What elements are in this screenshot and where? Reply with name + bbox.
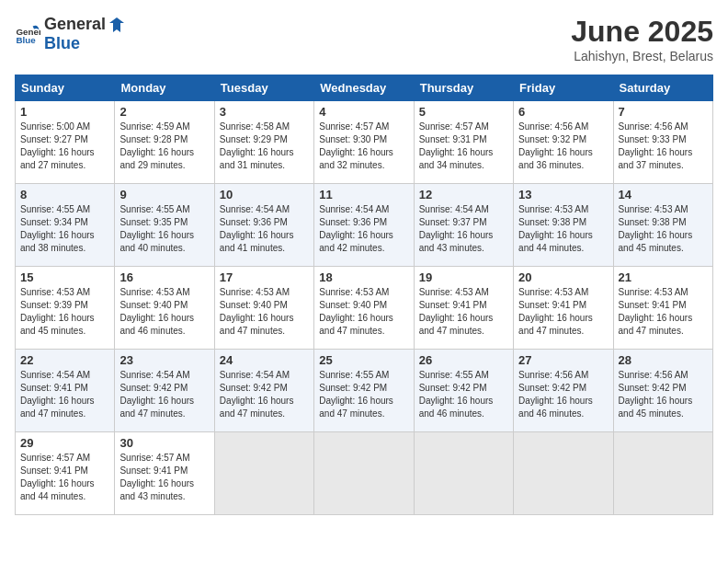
calendar-cell: 27Sunrise: 4:56 AMSunset: 9:42 PMDayligh…	[514, 350, 613, 432]
calendar-cell: 28Sunrise: 4:56 AMSunset: 9:42 PMDayligh…	[613, 350, 712, 432]
day-number: 2	[119, 105, 209, 119]
day-info: Sunrise: 4:53 AMSunset: 9:40 PMDaylight:…	[220, 286, 309, 338]
calendar-cell: 13Sunrise: 4:53 AMSunset: 9:38 PMDayligh…	[514, 184, 613, 267]
logo-blue-text: Blue	[44, 34, 80, 52]
day-number: 30	[119, 436, 209, 450]
day-number: 17	[220, 270, 309, 284]
day-info: Sunrise: 4:55 AMSunset: 9:35 PMDaylight:…	[119, 203, 209, 255]
day-number: 13	[518, 188, 608, 201]
day-number: 28	[619, 353, 708, 367]
day-number: 12	[419, 188, 508, 201]
day-info: Sunrise: 4:59 AMSunset: 9:28 PMDaylight:…	[119, 121, 209, 172]
page-header: General Blue General Blue June 2025 Lahi…	[15, 15, 713, 63]
calendar-cell: 22Sunrise: 4:54 AMSunset: 9:41 PMDayligh…	[16, 350, 115, 432]
day-info: Sunrise: 4:53 AMSunset: 9:38 PMDaylight:…	[518, 203, 608, 255]
calendar-cell: 2Sunrise: 4:59 AMSunset: 9:28 PMDaylight…	[115, 101, 214, 184]
column-header-friday: Friday	[514, 75, 613, 101]
day-info: Sunrise: 4:56 AMSunset: 9:32 PMDaylight:…	[518, 121, 608, 172]
day-info: Sunrise: 4:55 AMSunset: 9:42 PMDaylight:…	[319, 369, 408, 420]
calendar-cell: 18Sunrise: 4:53 AMSunset: 9:40 PMDayligh…	[314, 267, 414, 350]
column-header-sunday: Sunday	[16, 75, 115, 101]
day-number: 26	[419, 353, 508, 367]
column-header-saturday: Saturday	[613, 75, 712, 101]
logo-general-text: General	[44, 15, 106, 34]
calendar-cell: 4Sunrise: 4:57 AMSunset: 9:30 PMDaylight…	[314, 101, 414, 184]
calendar-cell: 10Sunrise: 4:54 AMSunset: 9:36 PMDayligh…	[214, 184, 313, 267]
calendar-cell	[514, 432, 613, 515]
calendar-cell: 25Sunrise: 4:55 AMSunset: 9:42 PMDayligh…	[314, 350, 414, 432]
calendar-week-row: 15Sunrise: 4:53 AMSunset: 9:39 PMDayligh…	[16, 267, 713, 350]
day-number: 1	[20, 105, 109, 119]
calendar-cell: 30Sunrise: 4:57 AMSunset: 9:41 PMDayligh…	[115, 432, 214, 515]
day-number: 3	[220, 105, 309, 119]
calendar-week-row: 22Sunrise: 4:54 AMSunset: 9:41 PMDayligh…	[16, 350, 713, 432]
day-info: Sunrise: 4:57 AMSunset: 9:30 PMDaylight:…	[319, 121, 408, 172]
calendar-cell: 21Sunrise: 4:53 AMSunset: 9:41 PMDayligh…	[613, 267, 712, 350]
day-info: Sunrise: 4:58 AMSunset: 9:29 PMDaylight:…	[220, 121, 309, 172]
calendar-cell: 7Sunrise: 4:56 AMSunset: 9:33 PMDaylight…	[613, 101, 712, 184]
day-number: 14	[619, 188, 708, 201]
calendar-cell: 19Sunrise: 4:53 AMSunset: 9:41 PMDayligh…	[414, 267, 513, 350]
day-info: Sunrise: 4:53 AMSunset: 9:40 PMDaylight:…	[119, 286, 209, 338]
location-subtitle: Lahishyn, Brest, Belarus	[571, 49, 713, 63]
day-number: 19	[419, 270, 508, 284]
day-number: 24	[220, 353, 309, 367]
day-info: Sunrise: 4:56 AMSunset: 9:33 PMDaylight:…	[619, 121, 708, 172]
svg-text:Blue: Blue	[16, 35, 36, 45]
day-info: Sunrise: 4:54 AMSunset: 9:36 PMDaylight:…	[319, 203, 408, 255]
calendar-cell: 15Sunrise: 4:53 AMSunset: 9:39 PMDayligh…	[16, 267, 115, 350]
day-info: Sunrise: 4:55 AMSunset: 9:42 PMDaylight:…	[419, 369, 508, 420]
day-number: 10	[220, 188, 309, 201]
calendar-week-row: 1Sunrise: 5:00 AMSunset: 9:27 PMDaylight…	[16, 101, 713, 184]
calendar-cell: 16Sunrise: 4:53 AMSunset: 9:40 PMDayligh…	[115, 267, 214, 350]
day-info: Sunrise: 4:57 AMSunset: 9:41 PMDaylight:…	[20, 452, 109, 503]
calendar-cell: 6Sunrise: 4:56 AMSunset: 9:32 PMDaylight…	[514, 101, 613, 184]
day-info: Sunrise: 4:53 AMSunset: 9:40 PMDaylight:…	[319, 286, 408, 338]
day-info: Sunrise: 4:54 AMSunset: 9:36 PMDaylight:…	[220, 203, 309, 255]
calendar-table: SundayMondayTuesdayWednesdayThursdayFrid…	[15, 75, 713, 515]
logo-icon: General Blue	[15, 21, 40, 47]
day-number: 23	[119, 353, 209, 367]
day-number: 25	[319, 353, 408, 367]
day-number: 18	[319, 270, 408, 284]
calendar-cell	[314, 432, 414, 515]
calendar-cell: 5Sunrise: 4:57 AMSunset: 9:31 PMDaylight…	[414, 101, 513, 184]
calendar-week-row: 29Sunrise: 4:57 AMSunset: 9:41 PMDayligh…	[16, 432, 713, 515]
calendar-cell	[613, 432, 712, 515]
day-info: Sunrise: 4:55 AMSunset: 9:34 PMDaylight:…	[20, 203, 109, 255]
day-info: Sunrise: 4:54 AMSunset: 9:42 PMDaylight:…	[119, 369, 209, 420]
day-info: Sunrise: 4:54 AMSunset: 9:37 PMDaylight:…	[419, 203, 508, 255]
day-info: Sunrise: 4:53 AMSunset: 9:39 PMDaylight:…	[20, 286, 109, 338]
logo-arrow-icon	[108, 16, 126, 34]
calendar-cell: 3Sunrise: 4:58 AMSunset: 9:29 PMDaylight…	[214, 101, 313, 184]
calendar-cell: 14Sunrise: 4:53 AMSunset: 9:38 PMDayligh…	[613, 184, 712, 267]
day-number: 15	[20, 270, 109, 284]
day-info: Sunrise: 4:54 AMSunset: 9:42 PMDaylight:…	[220, 369, 309, 420]
month-title: June 2025	[571, 15, 713, 49]
column-header-tuesday: Tuesday	[214, 75, 313, 101]
day-number: 22	[20, 353, 109, 367]
title-block: June 2025 Lahishyn, Brest, Belarus	[571, 15, 713, 63]
day-info: Sunrise: 4:53 AMSunset: 9:41 PMDaylight:…	[518, 286, 608, 338]
day-number: 9	[119, 188, 209, 201]
day-number: 16	[119, 270, 209, 284]
day-number: 27	[518, 353, 608, 367]
calendar-cell: 17Sunrise: 4:53 AMSunset: 9:40 PMDayligh…	[214, 267, 313, 350]
calendar-cell: 29Sunrise: 4:57 AMSunset: 9:41 PMDayligh…	[16, 432, 115, 515]
column-header-monday: Monday	[115, 75, 214, 101]
day-info: Sunrise: 5:00 AMSunset: 9:27 PMDaylight:…	[20, 121, 109, 172]
day-number: 4	[319, 105, 408, 119]
day-info: Sunrise: 4:53 AMSunset: 9:38 PMDaylight:…	[619, 203, 708, 255]
calendar-cell: 12Sunrise: 4:54 AMSunset: 9:37 PMDayligh…	[414, 184, 513, 267]
day-number: 20	[518, 270, 608, 284]
day-info: Sunrise: 4:54 AMSunset: 9:41 PMDaylight:…	[20, 369, 109, 420]
calendar-cell	[214, 432, 313, 515]
calendar-header-row: SundayMondayTuesdayWednesdayThursdayFrid…	[16, 75, 713, 101]
day-info: Sunrise: 4:57 AMSunset: 9:41 PMDaylight:…	[119, 452, 209, 503]
calendar-cell: 24Sunrise: 4:54 AMSunset: 9:42 PMDayligh…	[214, 350, 313, 432]
calendar-cell: 9Sunrise: 4:55 AMSunset: 9:35 PMDaylight…	[115, 184, 214, 267]
day-info: Sunrise: 4:57 AMSunset: 9:31 PMDaylight:…	[419, 121, 508, 172]
column-header-thursday: Thursday	[414, 75, 513, 101]
calendar-cell: 11Sunrise: 4:54 AMSunset: 9:36 PMDayligh…	[314, 184, 414, 267]
calendar-cell: 1Sunrise: 5:00 AMSunset: 9:27 PMDaylight…	[16, 101, 115, 184]
